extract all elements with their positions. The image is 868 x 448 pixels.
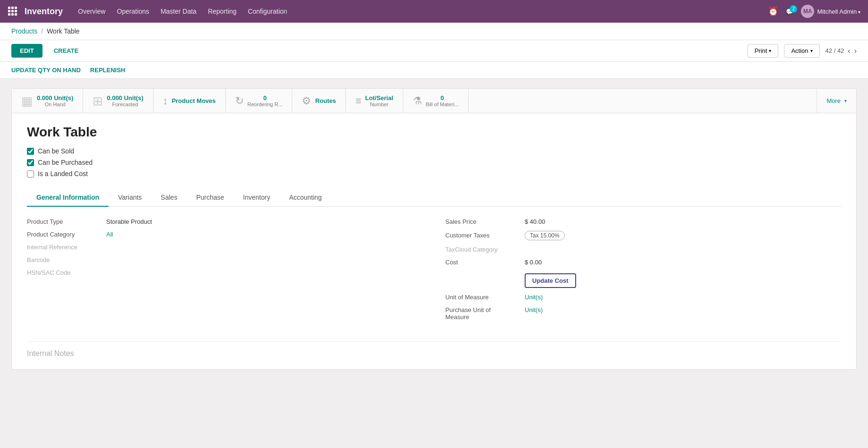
product-moves-button[interactable]: ↕ Product Moves — [153, 89, 226, 113]
lot-serial-label: Number — [365, 101, 393, 107]
chat-icon[interactable]: 💬 2 — [786, 8, 793, 15]
internal-ref-label: Internal Reference — [27, 244, 102, 251]
reordering-value: 0 — [263, 94, 266, 101]
tab-purchase[interactable]: Purchase — [187, 189, 233, 207]
nav-reporting[interactable]: Reporting — [208, 8, 237, 15]
action-bar: EDIT CREATE Print Action 42 / 42 ‹ › — [0, 40, 868, 62]
breadcrumb-parent[interactable]: Products — [11, 27, 37, 35]
svg-rect-3 — [8, 10, 10, 12]
on-hand-value: 0.000 Unit(s) — [37, 94, 73, 101]
right-icons: ⏰ 💬 2 MA Mitchell Admin — [768, 5, 860, 18]
breadcrumb-current: Work Table — [47, 27, 80, 35]
customer-taxes-row: Customer Taxes Tax 15.00% — [445, 231, 841, 240]
product-moves-label: Product Moves — [172, 97, 216, 104]
purchase-uom-row: Purchase Unit of Measure Unit(s) — [445, 306, 841, 321]
user-name: Mitchell Admin — [817, 8, 860, 15]
on-hand-button[interactable]: ▦ 0.000 Unit(s) On Hand — [12, 89, 83, 113]
tab-accounting[interactable]: Accounting — [280, 189, 331, 207]
app-title: Inventory — [25, 7, 63, 17]
next-page-button[interactable]: › — [854, 47, 857, 55]
forecasted-label: Forecasted — [107, 101, 143, 107]
breadcrumb: Products / Work Table — [0, 23, 868, 40]
can-be-sold-checkbox[interactable] — [27, 148, 34, 155]
on-hand-icon: ▦ — [21, 95, 33, 107]
is-landed-cost-checkbox[interactable] — [27, 170, 34, 178]
internal-notes-title: Internal Notes — [27, 349, 841, 358]
tab-sales[interactable]: Sales — [151, 189, 187, 207]
lot-serial-button[interactable]: ≡ Lot/Serial Number — [346, 89, 403, 113]
bom-button[interactable]: ⚗ 0 Bill of Materi... — [403, 89, 469, 113]
reordering-icon: ↻ — [235, 96, 244, 106]
purchase-uom-label: Purchase Unit of Measure — [445, 306, 521, 321]
svg-rect-4 — [11, 10, 14, 12]
tab-general-information[interactable]: General Information — [27, 189, 109, 207]
reordering-button[interactable]: ↻ 0 Reordering R... — [226, 89, 293, 113]
main-content: ▦ 0.000 Unit(s) On Hand ⊞ 0.000 Unit(s) … — [0, 79, 868, 379]
sales-price-row: Sales Price $ 40.00 — [445, 218, 841, 225]
can-be-purchased-checkbox[interactable] — [27, 159, 34, 166]
hsn-label: HSN/SAC Code — [27, 269, 102, 276]
product-category-label: Product Category — [27, 231, 102, 238]
barcode-label: Barcode — [27, 256, 102, 263]
replenish-button[interactable]: REPLENISH — [90, 65, 125, 76]
product-name: Work Table — [27, 125, 841, 140]
update-qty-button[interactable]: UPDATE QTY ON HAND — [11, 65, 81, 76]
edit-button[interactable]: EDIT — [11, 44, 43, 58]
nav-overview[interactable]: Overview — [78, 8, 105, 15]
avatar: MA — [801, 5, 814, 18]
svg-rect-8 — [15, 13, 17, 16]
customer-taxes-label: Customer Taxes — [445, 232, 521, 239]
form-right-section: Sales Price $ 40.00 Customer Taxes Tax 1… — [445, 218, 841, 326]
internal-ref-row: Internal Reference — [27, 244, 423, 251]
product-category-row: Product Category All — [27, 231, 423, 238]
routes-button[interactable]: ⚙ Routes — [292, 89, 346, 113]
internal-notes-section: Internal Notes — [27, 341, 841, 358]
nav-master-data[interactable]: Master Data — [161, 8, 196, 15]
checkboxes-section: Can be Sold Can be Purchased Is a Landed… — [27, 147, 841, 178]
svg-rect-1 — [11, 7, 14, 9]
create-button[interactable]: CREATE — [48, 44, 84, 58]
lot-serial-value: Lot/Serial — [365, 94, 393, 101]
product-category-value[interactable]: All — [106, 231, 113, 238]
page-counter: 42 / 42 — [825, 47, 844, 54]
form-fields-grid: Product Type Storable Product Product Ca… — [27, 218, 841, 326]
clock-icon[interactable]: ⏰ — [768, 6, 778, 17]
product-moves-icon: ↕ — [163, 96, 168, 106]
lot-serial-icon: ≡ — [355, 96, 361, 106]
can-be-purchased-label: Can be Purchased — [38, 159, 93, 166]
taxcloud-row: TaxCloud Category — [445, 246, 841, 253]
smart-buttons-bar: ▦ 0.000 Unit(s) On Hand ⊞ 0.000 Unit(s) … — [12, 89, 856, 113]
prev-page-button[interactable]: ‹ — [848, 47, 850, 55]
print-button[interactable]: Print — [748, 44, 779, 58]
action-button[interactable]: Action — [784, 44, 819, 58]
routes-icon: ⚙ — [302, 96, 311, 106]
more-button[interactable]: More — [817, 89, 856, 113]
uom-value[interactable]: Unit(s) — [525, 294, 543, 301]
is-landed-cost-label: Is a Landed Cost — [38, 170, 88, 178]
sub-action-bar: UPDATE QTY ON HAND REPLENISH — [0, 62, 868, 79]
sales-price-value: $ 40.00 — [525, 218, 545, 225]
cost-value: $ 0.00 — [525, 259, 542, 266]
nav-configuration[interactable]: Configuration — [248, 8, 287, 15]
main-nav: Overview Operations Master Data Reportin… — [78, 8, 768, 15]
tab-variants[interactable]: Variants — [109, 189, 151, 207]
routes-label: Routes — [315, 97, 336, 104]
form-left-section: Product Type Storable Product Product Ca… — [27, 218, 423, 326]
tab-inventory[interactable]: Inventory — [234, 189, 280, 207]
bom-value: 0 — [441, 94, 444, 101]
svg-rect-5 — [15, 10, 17, 12]
customer-taxes-badge[interactable]: Tax 15.00% — [525, 231, 565, 240]
is-landed-cost-row: Is a Landed Cost — [27, 170, 841, 178]
grid-icon[interactable] — [8, 6, 17, 17]
forecasted-button[interactable]: ⊞ 0.000 Unit(s) Forecasted — [83, 89, 153, 113]
cost-row: Cost $ 0.00 — [445, 259, 841, 266]
can-be-sold-row: Can be Sold — [27, 147, 841, 155]
purchase-uom-value[interactable]: Unit(s) — [525, 306, 543, 313]
update-cost-row: Update Cost — [445, 271, 841, 288]
user-menu[interactable]: MA Mitchell Admin — [801, 5, 860, 18]
update-cost-button[interactable]: Update Cost — [525, 273, 576, 288]
product-type-label: Product Type — [27, 218, 102, 225]
nav-operations[interactable]: Operations — [117, 8, 149, 15]
barcode-row: Barcode — [27, 256, 423, 263]
bom-icon: ⚗ — [413, 96, 422, 106]
